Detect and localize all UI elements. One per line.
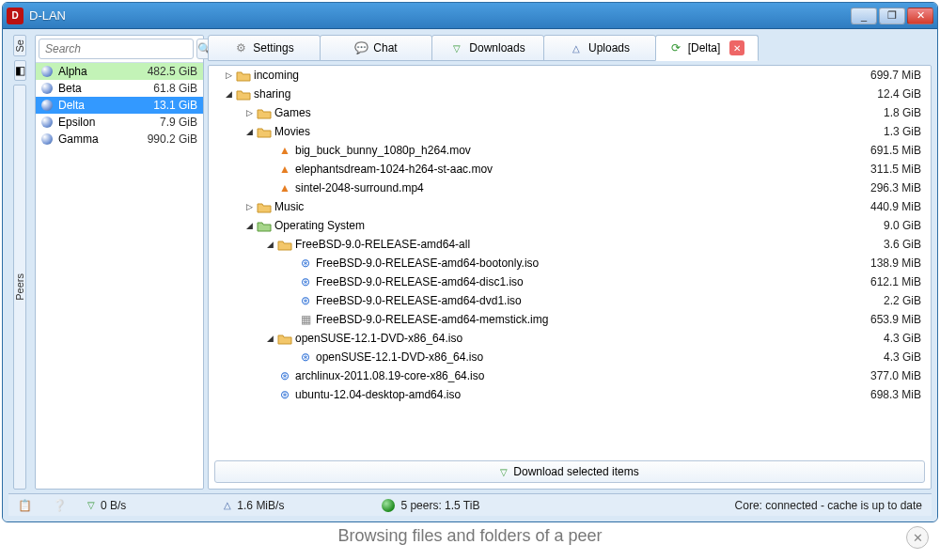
tree-row[interactable]: ◢sharing12.4 GiB (209, 85, 931, 103)
tab-settings[interactable]: ⚙Settings (208, 35, 321, 61)
file-name: sharing (252, 87, 877, 101)
tab-label: Settings (253, 41, 293, 54)
peers-panel: 🔍 👓 Alpha482.5 GiBBeta61.8 GiBDelta13.1 … (35, 35, 204, 490)
file-size: 377.0 MiB (870, 369, 921, 382)
file-size: 3.6 GiB (884, 238, 921, 251)
expand-toggle[interactable]: ◢ (243, 127, 256, 136)
peer-row[interactable]: Gamma990.2 GiB (36, 131, 203, 148)
file-tree[interactable]: ▷incoming699.7 MiB◢sharing12.4 GiB▷Games… (209, 66, 931, 455)
img-icon: ▦ (297, 313, 314, 326)
tabs: ⚙Settings💬Chat▽Downloads△Uploads⟳[Delta]… (208, 35, 932, 61)
expand-toggle[interactable]: ◢ (243, 221, 256, 230)
refresh-icon: ⟳ (669, 41, 682, 54)
tree-row[interactable]: ▲big_buck_bunny_1080p_h264.mov691.5 MiB (209, 141, 931, 160)
tab-close-icon[interactable]: ✕ (729, 40, 744, 55)
peer-row[interactable]: Epsilon7.9 GiB (36, 114, 203, 131)
maximize-button[interactable]: ❐ (879, 8, 905, 24)
peer-row[interactable]: Delta13.1 GiB (36, 97, 203, 114)
file-size: 311.5 MiB (870, 163, 921, 176)
peer-name: Delta (58, 99, 148, 112)
vlc-icon: ▲ (276, 144, 293, 157)
chat-icon: 💬 (354, 41, 368, 54)
expand-toggle[interactable]: ◢ (263, 334, 276, 343)
tree-row[interactable]: ⊛archlinux-2011.08.19-core-x86_64.iso377… (209, 366, 931, 385)
help-icon[interactable]: ❔ (53, 499, 67, 512)
file-size: 699.7 MiB (870, 69, 921, 82)
tree-row[interactable]: ⊛FreeBSD-9.0-RELEASE-amd64-dvd1.iso2.2 G… (209, 291, 931, 310)
peer-name: Gamma (58, 132, 142, 146)
tree-row[interactable]: ⊛openSUSE-12.1-DVD-x86_64.iso4.3 GiB (209, 348, 931, 366)
tab-uploads[interactable]: △Uploads (543, 35, 656, 61)
tree-row[interactable]: ▷Games1.8 GiB (209, 103, 931, 122)
expand-toggle[interactable]: ▷ (243, 202, 256, 211)
side-tab-search[interactable]: Se (13, 35, 26, 56)
peer-size: 482.5 GiB (148, 65, 197, 78)
tree-row[interactable]: ⊛FreeBSD-9.0-RELEASE-amd64-bootonly.iso1… (209, 254, 931, 272)
peer-size: 13.1 GiB (153, 99, 197, 112)
tree-row[interactable]: ⊛FreeBSD-9.0-RELEASE-amd64-disc1.iso612.… (209, 272, 931, 291)
log-icon[interactable]: 📋 (18, 499, 32, 512)
tree-row[interactable]: ◢Operating System9.0 GiB (209, 216, 931, 235)
download-icon: ▽ (500, 467, 508, 477)
caption-close-button[interactable]: ✕ (906, 526, 929, 549)
tree-row[interactable]: ▲elephantsdream-1024-h264-st-aac.mov311.… (209, 160, 931, 179)
tree-row[interactable]: ⊛ubuntu-12.04-desktop-amd64.iso698.3 MiB (209, 385, 931, 404)
down-speed-icon: ▽ (87, 500, 95, 510)
search-input[interactable] (39, 39, 194, 59)
tab-label: Chat (373, 41, 397, 54)
down-icon: ▽ (450, 41, 463, 54)
iso-icon: ⊛ (297, 350, 314, 364)
tree-row[interactable]: ◢FreeBSD-9.0-RELEASE-amd64-all3.6 GiB (209, 235, 931, 254)
tree-row[interactable]: ▷Music440.9 MiB (209, 197, 931, 216)
window-titlebar[interactable]: D D-LAN _ ❐ ✕ (3, 3, 937, 29)
close-button[interactable]: ✕ (907, 8, 933, 24)
window-title: D-LAN (29, 8, 851, 23)
tree-row[interactable]: ▷incoming699.7 MiB (209, 66, 931, 85)
expand-toggle[interactable]: ◢ (263, 240, 276, 249)
iso-icon: ⊛ (297, 275, 314, 288)
core-status: Core: connected - cache is up to date (735, 499, 922, 512)
file-name: openSUSE-12.1-DVD-x86_64.iso (314, 350, 884, 364)
peer-row[interactable]: Beta61.8 GiB (36, 80, 203, 97)
file-name: Movies (273, 125, 884, 138)
expand-toggle[interactable]: ▷ (222, 70, 235, 80)
iso-icon: ⊛ (297, 294, 314, 307)
down-speed: 0 B/s (101, 499, 126, 512)
download-selected-button[interactable]: ▽ Download selected items (214, 460, 925, 483)
tree-row[interactable]: ▲sintel-2048-surround.mp4296.3 MiB (209, 179, 931, 197)
minimize-button[interactable]: _ (851, 8, 877, 24)
side-tab-unknown[interactable]: ◧ (14, 60, 26, 81)
tab-downloads[interactable]: ▽Downloads (431, 35, 544, 61)
folder-icon (276, 333, 293, 345)
tree-row[interactable]: ◢openSUSE-12.1-DVD-x86_64.iso4.3 GiB (209, 329, 931, 348)
vlc-icon: ▲ (276, 181, 293, 194)
file-name: archlinux-2011.08.19-core-x86_64.iso (293, 369, 870, 382)
peers-count: 5 peers: 1.5 TiB (400, 499, 479, 512)
file-size: 1.8 GiB (884, 106, 921, 119)
tab-chat[interactable]: 💬Chat (320, 35, 432, 61)
peer-orb-icon (41, 133, 53, 145)
status-bar: 📋 ❔ ▽0 B/s △1.6 MiB/s 5 peers: 1.5 TiB C… (8, 493, 932, 516)
file-size: 440.9 MiB (870, 200, 921, 213)
file-size: 4.3 GiB (884, 350, 921, 364)
peer-size: 61.8 GiB (153, 82, 197, 95)
side-tab-peers[interactable]: Peers (13, 85, 26, 490)
up-speed: 1.6 MiB/s (237, 499, 284, 512)
folder-icon (256, 201, 273, 213)
peer-name: Beta (58, 82, 148, 95)
peer-row[interactable]: Alpha482.5 GiB (36, 63, 203, 80)
file-name: sintel-2048-surround.mp4 (293, 181, 870, 194)
file-name: Music (273, 200, 870, 213)
expand-toggle[interactable]: ▷ (243, 108, 256, 117)
expand-toggle[interactable]: ◢ (222, 89, 235, 99)
globe-icon (382, 499, 395, 512)
file-name: FreeBSD-9.0-RELEASE-amd64-bootonly.iso (314, 257, 870, 270)
tree-row[interactable]: ◢Movies1.3 GiB (209, 122, 931, 141)
file-name: FreeBSD-9.0-RELEASE-amd64-memstick.img (314, 313, 870, 326)
file-size: 698.3 MiB (870, 388, 921, 401)
tree-row[interactable]: ▦FreeBSD-9.0-RELEASE-amd64-memstick.img6… (209, 310, 931, 329)
folder-icon (256, 126, 273, 138)
file-name: openSUSE-12.1-DVD-x86_64.iso (293, 332, 884, 345)
iso-icon: ⊛ (276, 369, 293, 382)
tab-delta[interactable]: ⟳[Delta]✕ (655, 35, 759, 61)
